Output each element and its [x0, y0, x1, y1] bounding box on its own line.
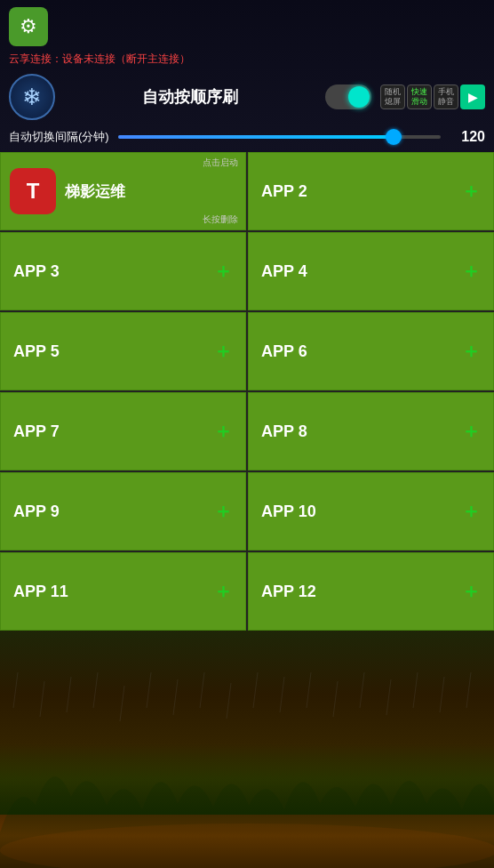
app-6-add-icon: ＋ [461, 338, 481, 365]
svg-line-8 [227, 683, 231, 719]
svg-line-11 [307, 672, 311, 708]
app-11-label: APP 11 [13, 583, 68, 601]
app-3-label: APP 3 [13, 262, 60, 281]
svg-line-7 [200, 672, 204, 708]
app-8-add-icon: ＋ [461, 418, 481, 445]
main-content: ⚙ 云享连接：设备未连接（断开主连接） ❄ 自动按顺序刷 随机熄屏 快速滑动 手… [0, 0, 494, 631]
gear-button[interactable]: ⚙ [9, 7, 48, 46]
app-cell-9[interactable]: APP 9 ＋ [0, 472, 246, 551]
svg-line-17 [466, 672, 471, 708]
app-11-add-icon: ＋ [213, 578, 233, 605]
fast-scroll-button[interactable]: 快速滑动 [407, 84, 432, 109]
app-grid: T 梯影运维 点击启动 长按删除 APP 2 ＋ APP 3 ＋ APP 4 [0, 152, 494, 631]
svg-line-0 [13, 672, 18, 708]
slider-row: 自动切换间隔(分钟) 120 [0, 125, 494, 150]
app-cell-8[interactable]: APP 8 ＋ [248, 392, 494, 470]
snowflake-icon: ❄ [9, 74, 55, 120]
gear-icon: ⚙ [20, 15, 37, 38]
app-12-label: APP 12 [261, 583, 316, 601]
rain-svg: .rain { stroke: rgba(200,220,255,0.25); … [0, 672, 494, 868]
app-cell-12[interactable]: APP 12 ＋ [248, 552, 494, 631]
app-9-label: APP 9 [13, 502, 60, 521]
random-screen-off-button[interactable]: 随机熄屏 [380, 84, 405, 109]
app-cell-4[interactable]: APP 4 ＋ [248, 232, 494, 310]
svg-line-14 [386, 679, 391, 715]
snowflake-symbol: ❄ [22, 84, 42, 111]
play-icon: ▶ [468, 90, 478, 104]
app-cell-3[interactable]: APP 3 ＋ [0, 232, 246, 310]
interval-slider[interactable] [118, 135, 441, 139]
slider-thumb [386, 129, 402, 145]
app-10-label: APP 10 [261, 502, 316, 521]
svg-line-1 [40, 681, 44, 717]
tiying-icon: T [10, 168, 56, 214]
top-bar: ⚙ [0, 0, 494, 50]
auto-sequence-label: 自动按顺序刷 [64, 86, 316, 108]
svg-line-2 [67, 677, 71, 712]
app-8-label: APP 8 [261, 422, 307, 441]
app-7-label: APP 7 [13, 422, 60, 441]
app-cell-5[interactable]: APP 5 ＋ [0, 312, 246, 390]
tiying-letter: T [27, 179, 40, 204]
alert-bar: 云享连接：设备未连接（断开主连接） [0, 50, 494, 68]
app-cell-7[interactable]: APP 7 ＋ [0, 392, 246, 470]
slider-fill [118, 135, 393, 139]
app-3-add-icon: ＋ [213, 258, 233, 285]
app-cell-11[interactable]: APP 11 ＋ [0, 552, 246, 631]
app-6-label: APP 6 [261, 342, 307, 361]
app-9-add-icon: ＋ [213, 498, 233, 525]
svg-line-12 [333, 681, 338, 717]
svg-line-6 [173, 679, 178, 715]
app-4-label: APP 4 [261, 262, 307, 281]
app-5-add-icon: ＋ [213, 338, 233, 365]
play-button[interactable]: ▶ [460, 84, 485, 109]
app-grid-wrapper: T 梯影运维 点击启动 长按删除 APP 2 ＋ APP 3 ＋ APP 4 [0, 152, 494, 631]
long-press-hint: 长按删除 [203, 213, 238, 226]
slider-label: 自动切换间隔(分钟) [9, 129, 109, 145]
svg-line-13 [360, 672, 364, 708]
app-cell-6[interactable]: APP 6 ＋ [248, 312, 494, 390]
app-2-label: APP 2 [261, 182, 307, 201]
app-12-add-icon: ＋ [461, 578, 481, 605]
app-5-label: APP 5 [13, 342, 60, 361]
phone-mute-button[interactable]: 手机静音 [434, 84, 458, 109]
app-cell-tiying[interactable]: T 梯影运维 点击启动 长按删除 [0, 152, 246, 230]
click-start-hint: 点击启动 [203, 157, 238, 169]
tiying-text: 梯影运维 [65, 181, 236, 202]
bottom-scene: .rain { stroke: rgba(200,220,255,0.25); … [0, 672, 494, 868]
app-7-add-icon: ＋ [213, 418, 233, 445]
app-cell-10[interactable]: APP 10 ＋ [248, 472, 494, 551]
app-2-add-icon: ＋ [461, 178, 481, 205]
app-10-add-icon: ＋ [461, 498, 481, 525]
svg-line-15 [413, 672, 418, 708]
app-4-add-icon: ＋ [461, 258, 481, 285]
right-buttons: 随机熄屏 快速滑动 手机静音 ▶ [380, 84, 485, 109]
svg-line-9 [253, 672, 258, 708]
svg-line-5 [147, 672, 151, 708]
app-cell-2[interactable]: APP 2 ＋ [248, 152, 494, 230]
svg-line-3 [93, 672, 98, 708]
toggle-knob [348, 86, 370, 108]
header-row: ❄ 自动按顺序刷 随机熄屏 快速滑动 手机静音 ▶ [0, 68, 494, 125]
svg-line-4 [120, 686, 124, 721]
tiying-name: 梯影运维 [65, 181, 236, 202]
slider-value: 120 [450, 129, 485, 145]
svg-line-16 [440, 677, 444, 712]
auto-sequence-toggle[interactable] [325, 84, 371, 109]
svg-line-10 [280, 677, 284, 712]
alert-text: 云享连接：设备未连接（断开主连接） [9, 52, 190, 65]
